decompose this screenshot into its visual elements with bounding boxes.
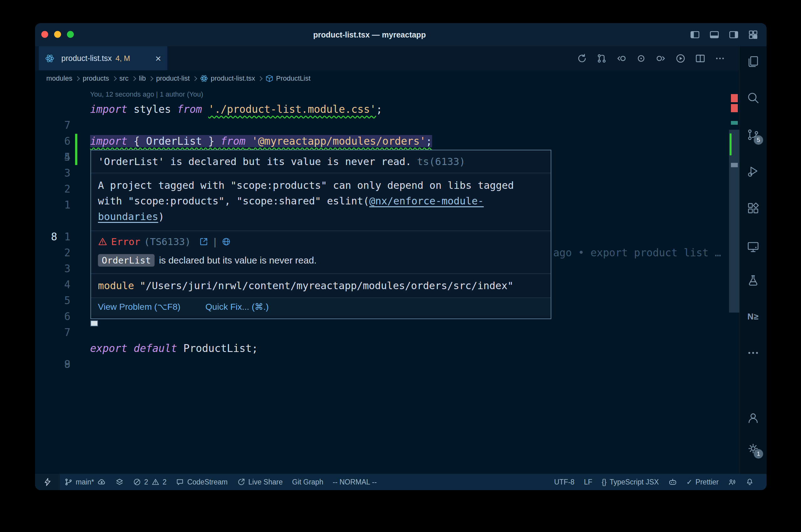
nx-console-icon[interactable]: N≥ [746,309,761,324]
symbol-module-icon [265,74,273,82]
error-hover-popup: 'OrderList' is declared but its value is… [90,150,551,319]
feedback-status[interactable] [723,474,741,490]
braces-icon: {} [602,478,606,486]
branch-status[interactable]: main* [60,474,111,490]
breadcrumb-item-src[interactable]: src [120,74,129,82]
ruler-error-mark [731,94,738,102]
cloud-upload-icon [97,478,106,486]
explorer-icon[interactable] [746,54,761,69]
line-number: 4 [35,277,70,292]
encoding-status[interactable]: UTF-8 [549,474,579,490]
toggle-panel-icon[interactable] [709,30,720,40]
live-share-label: Live Share [249,478,283,486]
additional-views-icon[interactable] [746,345,761,360]
code-line: 7 [35,324,728,340]
split-editor-icon[interactable] [695,53,706,64]
prettier-label: Prettier [695,478,719,486]
zoom-window-button[interactable] [67,31,74,38]
history-icon[interactable] [577,53,587,64]
breadcrumb-item-lib[interactable]: lib [139,74,146,82]
gitlens-compare-icon[interactable] [111,474,128,490]
quick-fix-action[interactable]: Quick Fix... (⌘.) [205,302,269,312]
chevron-right-icon [149,76,153,81]
encoding-label: UTF-8 [554,478,575,486]
more-actions-icon[interactable] [715,53,725,64]
remote-explorer-icon[interactable] [746,240,761,254]
warning-triangle-icon [98,237,107,246]
view-problem-action[interactable]: View Problem (⌥F8) [98,302,181,312]
tab-product-list[interactable]: product-list.tsx 4, M × [39,46,168,70]
diagnostic-message: 'OrderList' is declared but its value is… [98,156,412,168]
copilot-status[interactable] [663,474,682,490]
prettier-status[interactable]: ✓ Prettier [682,474,723,490]
react-file-icon [200,74,208,82]
code-line: 6 [35,117,728,133]
live-share-status[interactable]: Live Share [233,474,288,490]
line-number: 7 [35,324,70,340]
line-number: 1 [35,197,70,213]
share-icon [237,478,245,486]
notifications-status[interactable] [741,474,759,490]
comment-icon [176,478,184,486]
code-text[interactable]: import styles from './product-list.modul… [90,101,382,117]
account-icon[interactable] [746,411,761,425]
codestream-status[interactable]: CodeStream [171,474,232,490]
chevron-right-icon [75,76,80,81]
run-icon[interactable] [675,53,686,64]
minimize-window-button[interactable] [54,31,61,38]
git-graph-status[interactable]: Git Graph [288,474,328,490]
tab-close-icon[interactable]: × [155,54,161,63]
codelens-blame[interactable]: You, 12 seconds ago | 1 author (You) [90,90,203,98]
line-number: 9 [35,356,70,372]
line-number: 1 [35,229,70,245]
source-control-icon[interactable]: 5 [746,127,761,142]
check-icon: ✓ [687,478,692,486]
line-number: 3 [35,261,70,277]
code-text[interactable]: import { OrderList } from '@myreactapp/m… [90,133,432,149]
activity-bar: 5 N≥ 1 [739,46,767,474]
vim-mode-status[interactable]: -- NORMAL -- [328,474,381,490]
editor-pane[interactable]: You, 12 seconds ago | 1 author (You) 7 i… [35,87,740,474]
next-change-icon[interactable] [656,53,666,64]
breadcrumb-item-products[interactable]: products [83,74,109,82]
remote-indicator[interactable] [35,474,60,490]
search-icon[interactable] [746,90,761,105]
changes-icon[interactable] [636,53,647,64]
branch-name: main* [76,478,94,486]
run-debug-icon[interactable] [746,164,761,179]
eol-status[interactable]: LF [579,474,597,490]
tab-decoration: 4, M [115,54,130,63]
error-severity-label: Error [111,236,140,247]
close-window-button[interactable] [41,31,48,38]
overview-ruler [728,87,740,474]
react-file-icon [45,54,54,63]
toggle-secondary-sidebar-icon[interactable] [728,30,739,40]
extensions-icon[interactable] [746,201,761,216]
globe-icon[interactable] [221,237,231,246]
testing-icon[interactable] [746,273,761,288]
breadcrumb-item-product-list[interactable]: product-list [156,74,190,82]
customize-layout-icon[interactable] [748,30,759,40]
external-link-icon[interactable] [199,237,208,246]
git-compare-icon[interactable] [596,53,607,64]
settings-gear-icon[interactable]: 1 [746,441,761,456]
toggle-primary-sidebar-icon[interactable] [690,30,700,40]
code-text[interactable]: export default ProductList; [90,340,258,356]
popup-resize-grip[interactable] [90,320,98,326]
ruler-change-mark [730,133,731,155]
diagnostic-source: ts(6133) [417,156,465,168]
language-label: TypeScript JSX [609,478,659,486]
chevron-right-icon [258,76,263,81]
problems-status[interactable]: 2 2 [128,474,171,490]
breadcrumb-item-symbol[interactable]: ProductList [276,74,310,82]
prev-change-icon[interactable] [616,53,627,64]
chevron-right-icon [193,76,197,81]
line-number: 5 [35,292,70,308]
breadcrumb-item-modules[interactable]: modules [46,74,72,82]
scrollbar-thumb[interactable] [729,130,740,312]
vscode-window: product-list.tsx — myreactapp [35,23,767,490]
language-status[interactable]: {} TypeScript JSX [597,474,663,490]
symbol-chip: OrderList [98,254,154,267]
breadcrumb-item-file[interactable]: product-list.tsx [211,74,255,82]
status-bar: main* 2 2 CodeStream L [35,474,767,490]
